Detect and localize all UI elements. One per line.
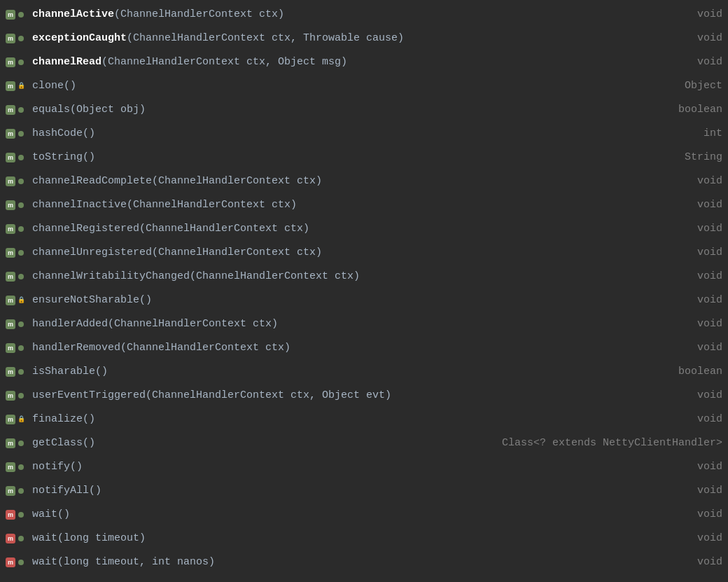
method-signature: handlerRemoved(ChannelHandlerContext ctx… [32,336,290,360]
method-row[interactable]: mchannelInactive(ChannelHandlerContext c… [0,193,728,217]
method-signature: getClass() [32,431,95,455]
method-params: (long timeout) [57,532,146,544]
method-row[interactable]: m🔒ensureNotSharable()void [0,289,728,312]
access-icon [17,201,25,209]
return-type: void [683,527,722,550]
method-row[interactable]: mexceptionCaught(ChannelHandlerContext c… [0,27,728,50]
method-icons: m [6,272,32,282]
return-type: Object [671,74,722,98]
method-row[interactable]: mchannelReadComplete(ChannelHandlerConte… [0,169,728,193]
m-icon: m [6,462,15,472]
method-icons: m [6,343,32,353]
method-row[interactable]: mwait(long timeout, int nanos)void [0,550,728,574]
method-name: notifyAll [32,485,89,497]
access-icon [17,320,25,328]
method-name: wait [32,508,57,520]
m-icon: m [6,200,15,210]
m-icon: m [6,438,15,448]
access-icon [17,177,25,186]
method-name: notify [32,461,70,473]
method-row[interactable]: mgetClass()Class<? extends NettyClientHa… [0,431,728,455]
method-icons: m [6,34,32,43]
method-row[interactable]: mequals(Object obj)boolean [0,98,728,122]
method-signature: toString() [32,146,95,169]
m-icon: m [6,153,15,162]
access-icon [17,558,25,567]
method-signature: notify() [32,455,83,479]
method-params: () [70,461,83,473]
method-params: (ChannelHandlerContext ctx) [139,223,309,235]
return-type: void [683,479,722,503]
method-row[interactable]: mnotify()void [0,455,728,479]
access-icon [17,153,25,162]
m-icon: m [6,486,15,496]
return-type: void [683,408,722,431]
access-icon [17,11,25,19]
svg-point-8 [18,226,24,232]
return-type: String [671,146,722,169]
method-row[interactable]: mchannelRegistered(ChannelHandlerContext… [0,217,728,241]
method-params: () [83,127,95,139]
method-params: (Object obj) [70,104,146,116]
method-params: (ChannelHandlerContext ctx) [152,175,322,187]
method-name: getClass [32,437,83,449]
m-icon: m [6,272,15,282]
method-signature: finalize() [32,408,95,431]
method-params: (ChannelHandlerContext ctx) [108,318,278,330]
method-row[interactable]: mchannelActive(ChannelHandlerContext ctx… [0,3,728,27]
svg-point-7 [18,202,24,208]
m-icon: m [6,248,15,258]
svg-point-19 [18,536,24,541]
method-name: handlerAdded [32,318,108,330]
return-type: void [683,50,722,74]
method-icons: m [6,534,32,543]
method-row[interactable]: mchannelUnregistered(ChannelHandlerConte… [0,241,728,265]
method-icons: m [6,10,32,20]
method-params: () [89,485,102,497]
method-signature: wait(long timeout) [32,527,146,550]
method-name: channelInactive [32,199,127,211]
m-icon: m [6,34,15,43]
method-signature: channelUnregistered(ChannelHandlerContex… [32,241,322,265]
method-signature: isSharable() [32,360,108,384]
svg-point-15 [18,441,24,446]
method-row[interactable]: m🔒clone()Object [0,74,728,98]
m-icon: m [6,224,15,234]
method-signature: wait() [32,503,70,527]
method-row[interactable]: mwait(long timeout)void [0,527,728,550]
access-icon [17,58,25,67]
lock-icon: 🔒 [17,82,25,90]
method-signature: wait(long timeout, int nanos) [32,550,215,574]
m-icon: m [6,176,15,186]
method-row[interactable]: mchannelWritabilityChanged(ChannelHandle… [0,265,728,289]
method-row[interactable]: mtoString()String [0,146,728,169]
method-icons: m🔒 [6,415,32,424]
return-type: void [683,503,722,527]
access-icon [17,344,25,352]
svg-point-11 [18,321,24,327]
method-name: channelWritabilityChanged [32,270,190,282]
access-icon [17,487,25,495]
method-name: finalize [32,413,83,425]
method-row[interactable]: m🔒finalize()void [0,408,728,431]
method-params: (ChannelHandlerContext ctx) [120,342,290,354]
method-signature: clone() [32,74,76,98]
method-row[interactable]: mchannelRead(ChannelHandlerContext ctx, … [0,50,728,74]
method-params: (ChannelHandlerContext ctx) [114,8,284,20]
method-row[interactable]: misSharable()boolean [0,360,728,384]
m-icon: m [6,129,15,139]
method-row[interactable]: muserEventTriggered(ChannelHandlerContex… [0,384,728,408]
return-type: void [683,265,722,289]
return-type: Class<? extends NettyClientHandler> [488,431,722,455]
method-row[interactable]: mnotifyAll()void [0,479,728,503]
method-params: (ChannelHandlerContext ctx, Object evt) [146,389,391,401]
method-row[interactable]: mhandlerRemoved(ChannelHandlerContext ct… [0,336,728,360]
access-icon [17,34,25,43]
method-params: () [83,413,95,425]
svg-point-5 [18,155,24,160]
method-name: equals [32,104,70,116]
method-row[interactable]: mhashCode()int [0,122,728,146]
method-row[interactable]: mhandlerAdded(ChannelHandlerContext ctx)… [0,312,728,336]
method-row[interactable]: mwait()void [0,503,728,527]
method-icons: m [6,224,32,234]
